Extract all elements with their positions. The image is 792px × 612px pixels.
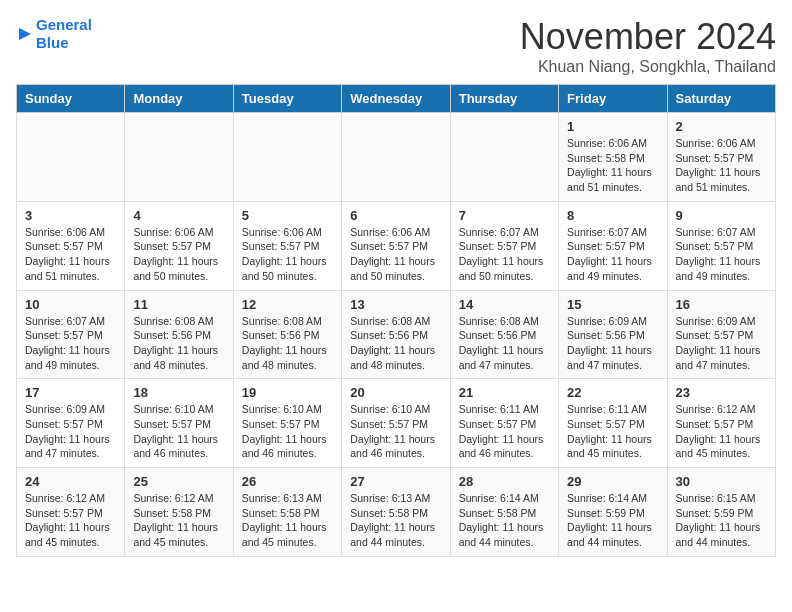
day-info: Sunrise: 6:08 AM Sunset: 5:56 PM Dayligh… — [350, 314, 441, 373]
title-block: November 2024 Khuan Niang, Songkhla, Tha… — [520, 16, 776, 76]
day-number: 8 — [567, 208, 658, 223]
calendar-cell: 23Sunrise: 6:12 AM Sunset: 5:57 PM Dayli… — [667, 379, 775, 468]
day-header-thursday: Thursday — [450, 85, 558, 113]
calendar-cell — [125, 113, 233, 202]
day-number: 29 — [567, 474, 658, 489]
calendar-cell: 19Sunrise: 6:10 AM Sunset: 5:57 PM Dayli… — [233, 379, 341, 468]
day-number: 4 — [133, 208, 224, 223]
calendar-cell: 11Sunrise: 6:08 AM Sunset: 5:56 PM Dayli… — [125, 290, 233, 379]
day-info: Sunrise: 6:07 AM Sunset: 5:57 PM Dayligh… — [25, 314, 116, 373]
day-number: 1 — [567, 119, 658, 134]
day-info: Sunrise: 6:10 AM Sunset: 5:57 PM Dayligh… — [133, 402, 224, 461]
day-info: Sunrise: 6:11 AM Sunset: 5:57 PM Dayligh… — [567, 402, 658, 461]
day-number: 27 — [350, 474, 441, 489]
calendar-cell: 29Sunrise: 6:14 AM Sunset: 5:59 PM Dayli… — [559, 468, 667, 557]
day-header-monday: Monday — [125, 85, 233, 113]
week-row-2: 3Sunrise: 6:06 AM Sunset: 5:57 PM Daylig… — [17, 201, 776, 290]
day-number: 26 — [242, 474, 333, 489]
day-info: Sunrise: 6:09 AM Sunset: 5:57 PM Dayligh… — [676, 314, 767, 373]
day-number: 30 — [676, 474, 767, 489]
day-info: Sunrise: 6:12 AM Sunset: 5:57 PM Dayligh… — [25, 491, 116, 550]
day-info: Sunrise: 6:07 AM Sunset: 5:57 PM Dayligh… — [567, 225, 658, 284]
day-number: 2 — [676, 119, 767, 134]
day-number: 14 — [459, 297, 550, 312]
day-info: Sunrise: 6:10 AM Sunset: 5:57 PM Dayligh… — [350, 402, 441, 461]
calendar-cell: 7Sunrise: 6:07 AM Sunset: 5:57 PM Daylig… — [450, 201, 558, 290]
calendar-table: SundayMondayTuesdayWednesdayThursdayFrid… — [16, 84, 776, 557]
location-title: Khuan Niang, Songkhla, Thailand — [520, 58, 776, 76]
day-info: Sunrise: 6:09 AM Sunset: 5:56 PM Dayligh… — [567, 314, 658, 373]
calendar-cell: 27Sunrise: 6:13 AM Sunset: 5:58 PM Dayli… — [342, 468, 450, 557]
calendar-cell: 25Sunrise: 6:12 AM Sunset: 5:58 PM Dayli… — [125, 468, 233, 557]
day-info: Sunrise: 6:08 AM Sunset: 5:56 PM Dayligh… — [459, 314, 550, 373]
day-number: 22 — [567, 385, 658, 400]
logo-icon — [16, 25, 34, 43]
calendar-cell: 12Sunrise: 6:08 AM Sunset: 5:56 PM Dayli… — [233, 290, 341, 379]
day-info: Sunrise: 6:08 AM Sunset: 5:56 PM Dayligh… — [242, 314, 333, 373]
day-number: 28 — [459, 474, 550, 489]
day-number: 10 — [25, 297, 116, 312]
calendar-cell: 2Sunrise: 6:06 AM Sunset: 5:57 PM Daylig… — [667, 113, 775, 202]
calendar-cell: 14Sunrise: 6:08 AM Sunset: 5:56 PM Dayli… — [450, 290, 558, 379]
day-number: 16 — [676, 297, 767, 312]
day-header-wednesday: Wednesday — [342, 85, 450, 113]
svg-marker-0 — [19, 28, 31, 40]
day-header-tuesday: Tuesday — [233, 85, 341, 113]
day-info: Sunrise: 6:14 AM Sunset: 5:58 PM Dayligh… — [459, 491, 550, 550]
calendar-cell: 21Sunrise: 6:11 AM Sunset: 5:57 PM Dayli… — [450, 379, 558, 468]
day-info: Sunrise: 6:06 AM Sunset: 5:57 PM Dayligh… — [350, 225, 441, 284]
day-info: Sunrise: 6:06 AM Sunset: 5:58 PM Dayligh… — [567, 136, 658, 195]
page-header: General Blue November 2024 Khuan Niang, … — [16, 16, 776, 76]
day-header-friday: Friday — [559, 85, 667, 113]
week-row-4: 17Sunrise: 6:09 AM Sunset: 5:57 PM Dayli… — [17, 379, 776, 468]
calendar-cell: 5Sunrise: 6:06 AM Sunset: 5:57 PM Daylig… — [233, 201, 341, 290]
logo: General Blue — [16, 16, 92, 52]
calendar-cell — [450, 113, 558, 202]
calendar-body: 1Sunrise: 6:06 AM Sunset: 5:58 PM Daylig… — [17, 113, 776, 557]
calendar-header-row: SundayMondayTuesdayWednesdayThursdayFrid… — [17, 85, 776, 113]
calendar-cell: 13Sunrise: 6:08 AM Sunset: 5:56 PM Dayli… — [342, 290, 450, 379]
day-info: Sunrise: 6:11 AM Sunset: 5:57 PM Dayligh… — [459, 402, 550, 461]
day-info: Sunrise: 6:08 AM Sunset: 5:56 PM Dayligh… — [133, 314, 224, 373]
day-number: 11 — [133, 297, 224, 312]
calendar-cell: 8Sunrise: 6:07 AM Sunset: 5:57 PM Daylig… — [559, 201, 667, 290]
calendar-cell — [233, 113, 341, 202]
day-number: 19 — [242, 385, 333, 400]
calendar-cell: 30Sunrise: 6:15 AM Sunset: 5:59 PM Dayli… — [667, 468, 775, 557]
day-number: 13 — [350, 297, 441, 312]
day-number: 23 — [676, 385, 767, 400]
calendar-cell: 6Sunrise: 6:06 AM Sunset: 5:57 PM Daylig… — [342, 201, 450, 290]
day-info: Sunrise: 6:07 AM Sunset: 5:57 PM Dayligh… — [459, 225, 550, 284]
day-info: Sunrise: 6:14 AM Sunset: 5:59 PM Dayligh… — [567, 491, 658, 550]
calendar-cell: 1Sunrise: 6:06 AM Sunset: 5:58 PM Daylig… — [559, 113, 667, 202]
day-number: 7 — [459, 208, 550, 223]
day-info: Sunrise: 6:06 AM Sunset: 5:57 PM Dayligh… — [676, 136, 767, 195]
logo-line1: General — [36, 16, 92, 33]
day-info: Sunrise: 6:12 AM Sunset: 5:58 PM Dayligh… — [133, 491, 224, 550]
day-number: 6 — [350, 208, 441, 223]
day-number: 24 — [25, 474, 116, 489]
day-info: Sunrise: 6:10 AM Sunset: 5:57 PM Dayligh… — [242, 402, 333, 461]
day-number: 20 — [350, 385, 441, 400]
calendar-cell: 10Sunrise: 6:07 AM Sunset: 5:57 PM Dayli… — [17, 290, 125, 379]
week-row-1: 1Sunrise: 6:06 AM Sunset: 5:58 PM Daylig… — [17, 113, 776, 202]
day-number: 3 — [25, 208, 116, 223]
day-info: Sunrise: 6:12 AM Sunset: 5:57 PM Dayligh… — [676, 402, 767, 461]
calendar-cell: 4Sunrise: 6:06 AM Sunset: 5:57 PM Daylig… — [125, 201, 233, 290]
day-header-sunday: Sunday — [17, 85, 125, 113]
day-number: 21 — [459, 385, 550, 400]
day-number: 12 — [242, 297, 333, 312]
day-number: 18 — [133, 385, 224, 400]
calendar-cell: 18Sunrise: 6:10 AM Sunset: 5:57 PM Dayli… — [125, 379, 233, 468]
calendar-cell: 26Sunrise: 6:13 AM Sunset: 5:58 PM Dayli… — [233, 468, 341, 557]
day-info: Sunrise: 6:09 AM Sunset: 5:57 PM Dayligh… — [25, 402, 116, 461]
day-info: Sunrise: 6:13 AM Sunset: 5:58 PM Dayligh… — [242, 491, 333, 550]
day-number: 17 — [25, 385, 116, 400]
logo-text: General Blue — [36, 16, 92, 52]
calendar-cell: 9Sunrise: 6:07 AM Sunset: 5:57 PM Daylig… — [667, 201, 775, 290]
calendar-cell: 16Sunrise: 6:09 AM Sunset: 5:57 PM Dayli… — [667, 290, 775, 379]
day-number: 25 — [133, 474, 224, 489]
calendar-cell: 15Sunrise: 6:09 AM Sunset: 5:56 PM Dayli… — [559, 290, 667, 379]
calendar-cell: 17Sunrise: 6:09 AM Sunset: 5:57 PM Dayli… — [17, 379, 125, 468]
day-number: 5 — [242, 208, 333, 223]
